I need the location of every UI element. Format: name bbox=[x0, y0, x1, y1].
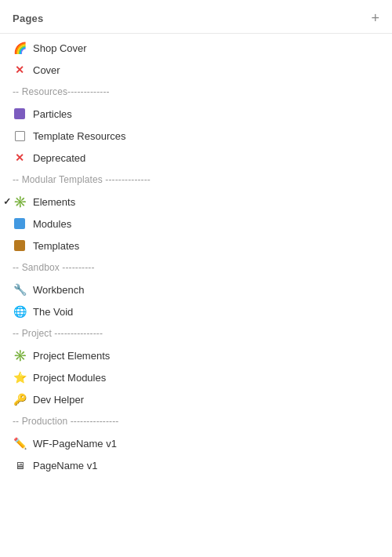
page-label: Modules bbox=[33, 218, 71, 230]
page-item-deprecated[interactable]: ✕ Deprecated bbox=[0, 147, 392, 169]
page-label: PageName v1 bbox=[33, 460, 97, 471]
separator-sep-modular: -- Modular Templates -------------- bbox=[0, 169, 392, 191]
page-label: Deprecated bbox=[33, 152, 85, 164]
separator-sep-sandbox: -- Sandbox ---------- bbox=[0, 257, 392, 278]
pages-list: 🌈 Shop Cover ✕ Cover -- Resources-------… bbox=[0, 34, 392, 479]
page-label: Project Modules bbox=[33, 372, 106, 384]
header: Pages + bbox=[0, 0, 392, 34]
page-item-workbench[interactable]: 🔧 Workbench bbox=[0, 278, 392, 300]
page-item-project-modules[interactable]: ⭐ Project Modules bbox=[0, 366, 392, 388]
page-item-dev-helper[interactable]: 🔑 Dev Helper bbox=[0, 388, 392, 410]
separator-sep-production: -- Production --------------- bbox=[0, 410, 392, 432]
page-item-wf-pagename[interactable]: ✏️ WF-PageName v1 bbox=[0, 432, 392, 454]
page-item-particles[interactable]: Particles bbox=[0, 103, 392, 125]
page-label: Template Resources bbox=[33, 130, 126, 142]
page-label: Particles bbox=[33, 108, 72, 120]
monitor-icon: 🖥 bbox=[13, 458, 27, 472]
gear-icon: 🔧 bbox=[13, 282, 27, 297]
star-icon: ⭐ bbox=[13, 370, 27, 384]
page-item-template-resources[interactable]: Template Resources bbox=[0, 125, 392, 147]
separator-sep-project: -- Project --------------- bbox=[0, 322, 392, 344]
page-label: Cover bbox=[33, 64, 60, 76]
brown-square-icon bbox=[13, 238, 27, 253]
page-item-modules[interactable]: Modules bbox=[0, 213, 392, 235]
page-label: Project Elements bbox=[33, 350, 110, 362]
key-icon: 🔑 bbox=[13, 392, 27, 406]
check-mark: ✓ bbox=[3, 196, 11, 207]
add-page-button[interactable]: + bbox=[371, 11, 379, 25]
separator-label: -- Sandbox ---------- bbox=[13, 262, 95, 273]
blue-square-icon bbox=[13, 217, 27, 231]
page-label: The Void bbox=[33, 306, 73, 318]
separator-sep-resources: -- Resources------------- bbox=[0, 81, 392, 103]
page-item-elements[interactable]: ✓ ✳️ Elements bbox=[0, 191, 392, 213]
page-label: WF-PageName v1 bbox=[33, 438, 117, 450]
separator-label: -- Modular Templates -------------- bbox=[13, 174, 151, 185]
page-item-pagename-v1[interactable]: 🖥 PageName v1 bbox=[0, 454, 392, 476]
separator-label: -- Resources------------- bbox=[13, 86, 110, 97]
elements-icon: ✳️ bbox=[13, 195, 27, 209]
globe-icon: 🌐 bbox=[13, 304, 27, 319]
page-label: Workbench bbox=[33, 284, 85, 296]
page-item-project-elements[interactable]: ✳️ Project Elements bbox=[0, 344, 392, 366]
rainbow-icon: 🌈 bbox=[13, 41, 27, 55]
elements-green-icon: ✳️ bbox=[13, 348, 27, 362]
x-red-icon: ✕ bbox=[13, 63, 27, 77]
purple-square-icon bbox=[13, 107, 27, 121]
x-red-icon: ✕ bbox=[13, 151, 27, 165]
pages-title: Pages bbox=[13, 13, 44, 24]
page-label: Templates bbox=[33, 240, 79, 252]
separator-label: -- Project --------------- bbox=[13, 328, 103, 339]
page-item-the-void[interactable]: 🌐 The Void bbox=[0, 300, 392, 322]
page-label: Shop Cover bbox=[33, 42, 87, 54]
separator-label: -- Production --------------- bbox=[13, 416, 118, 427]
page-label: Elements bbox=[33, 196, 75, 208]
pencil-icon: ✏️ bbox=[13, 436, 27, 450]
page-label: Dev Helper bbox=[33, 394, 84, 406]
page-item-shop-cover[interactable]: 🌈 Shop Cover bbox=[0, 37, 392, 59]
page-item-templates[interactable]: Templates bbox=[0, 235, 392, 257]
square-outline-icon bbox=[13, 129, 27, 143]
page-item-cover[interactable]: ✕ Cover bbox=[0, 59, 392, 81]
